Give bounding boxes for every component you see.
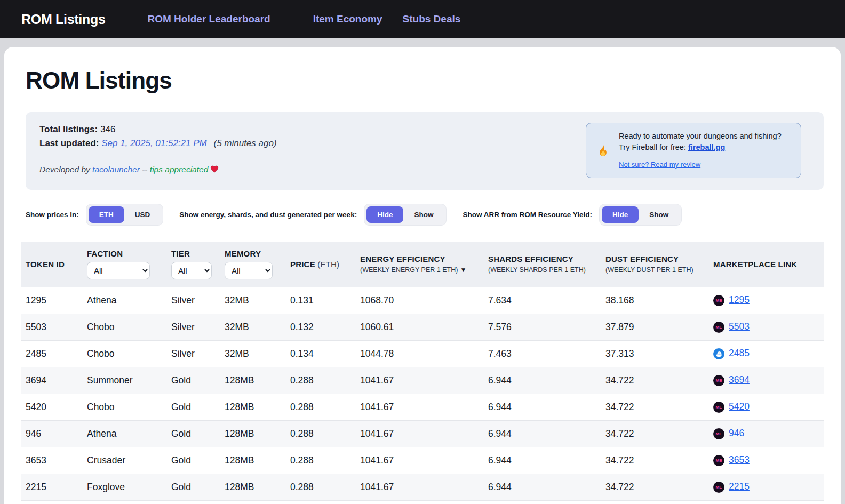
marketplace-link[interactable]: 3694 <box>729 374 750 385</box>
cell-dust: 34.722 <box>601 420 709 447</box>
cell-shards: 7.634 <box>484 287 601 314</box>
listings-table: TOKEN ID FACTION All TIER All MEMORY All… <box>21 242 824 501</box>
tips-link[interactable]: tips appreciated <box>150 165 219 174</box>
cell-shards: 7.463 <box>484 340 601 367</box>
memory-filter-select[interactable]: All <box>225 262 273 279</box>
cell-memory: 128MB <box>220 367 286 394</box>
display-controls: Show prices in: ETH USD Show energy, sha… <box>26 204 824 226</box>
cell-faction: Chobo <box>83 394 167 420</box>
cell-faction: Summoner <box>83 367 167 394</box>
marketplace-link[interactable]: 2485 <box>729 348 750 358</box>
col-faction: FACTION All <box>83 242 167 287</box>
developed-by-text: Developed by <box>39 165 90 174</box>
cell-tier: Silver <box>167 287 220 314</box>
total-listings-value: 346 <box>100 124 115 134</box>
last-updated-label: Last updated: <box>39 138 99 148</box>
cell-marketplace: ME946 <box>709 420 824 447</box>
arr-show-button[interactable]: Show <box>639 206 679 223</box>
cell-marketplace: ME3653 <box>709 447 824 474</box>
cell-faction: Foxglove <box>83 474 167 500</box>
toggle-usd-button[interactable]: USD <box>124 206 161 223</box>
cell-dust: 37.313 <box>601 340 709 367</box>
developer-link[interactable]: tacolauncher <box>92 165 140 174</box>
cell-tier: Silver <box>167 340 220 367</box>
promo-line-1: Ready to automate your dungeons and fish… <box>619 131 782 142</box>
cell-memory: 32MB <box>220 287 286 314</box>
last-updated-value: Sep 1, 2025, 01:52:21 PM <box>101 138 207 148</box>
separator-text: -- <box>142 165 147 174</box>
cell-dust: 34.722 <box>601 447 709 474</box>
marketplace-link[interactable]: 3653 <box>729 454 750 465</box>
tier-filter-select[interactable]: All <box>171 262 212 279</box>
arr-yield-label: Show ARR from ROM Resource Yield: <box>463 211 592 219</box>
toggle-eth-button[interactable]: ETH <box>89 206 124 223</box>
col-dust-efficiency[interactable]: DUST EFFICIENCY (WEEKLY DUST PER 1 ETH) <box>601 242 709 287</box>
table-row: 2485ChoboSilver32MB0.1341044.787.46337.3… <box>21 340 824 367</box>
col-price: PRICE (ETH) <box>286 242 356 287</box>
cell-marketplace: ME1295 <box>709 287 824 314</box>
cell-energy: 1060.61 <box>356 314 484 340</box>
weekly-hide-button[interactable]: Hide <box>366 206 403 223</box>
nav-link-item-economy[interactable]: Item Economy <box>313 13 382 25</box>
col-shards-efficiency[interactable]: SHARDS EFFICIENCY (WEEKLY SHARDS PER 1 E… <box>484 242 601 287</box>
marketplace-link[interactable]: 2215 <box>729 481 750 492</box>
promo-text: Ready to automate your dungeons and fish… <box>619 131 782 170</box>
col-memory: MEMORY All <box>220 242 286 287</box>
cell-memory: 32MB <box>220 314 286 340</box>
faction-filter-select[interactable]: All <box>87 262 150 279</box>
total-listings-label: Total listings: <box>39 124 98 134</box>
cell-price: 0.288 <box>286 474 356 500</box>
cell-price: 0.288 <box>286 367 356 394</box>
cell-token-id: 3653 <box>21 447 83 474</box>
arr-hide-button[interactable]: Hide <box>602 206 639 223</box>
table-row: 3653CrusaderGold128MB0.2881041.676.94434… <box>21 447 824 474</box>
fireball-promo-box: Ready to automate your dungeons and fish… <box>586 123 801 178</box>
magiceden-icon[interactable]: ME <box>713 482 724 493</box>
cell-tier: Gold <box>167 394 220 420</box>
table-body: 1295AthenaSilver32MB0.1311068.707.63438.… <box>21 287 824 500</box>
nav-brand[interactable]: ROM Listings <box>21 12 106 27</box>
cell-price: 0.288 <box>286 394 356 420</box>
cell-token-id: 5420 <box>21 394 83 420</box>
nav-link-rom-holder-leaderboard[interactable]: ROM Holder Leaderboard <box>148 13 270 25</box>
magiceden-icon[interactable]: ME <box>713 428 724 439</box>
cell-token-id: 3694 <box>21 367 83 394</box>
info-bar: Total listings: 346 Last updated: Sep 1,… <box>26 112 824 190</box>
magiceden-icon[interactable]: ME <box>713 375 724 386</box>
cell-price: 0.134 <box>286 340 356 367</box>
cell-price: 0.132 <box>286 314 356 340</box>
flame-icon <box>596 143 610 158</box>
marketplace-link[interactable]: 946 <box>729 428 744 438</box>
review-link[interactable]: Not sure? Read my review <box>619 160 700 170</box>
marketplace-link[interactable]: 5503 <box>729 321 750 332</box>
page-title: ROM Listings <box>26 67 824 94</box>
cell-energy: 1041.67 <box>356 367 484 394</box>
cell-memory: 128MB <box>220 447 286 474</box>
magiceden-icon[interactable]: ME <box>713 322 724 333</box>
total-listings-line: Total listings: 346 <box>39 123 277 137</box>
cell-shards: 6.944 <box>484 367 601 394</box>
col-energy-efficiency[interactable]: ENERGY EFFICIENCY (WEEKLY ENERGY PER 1 E… <box>356 242 484 287</box>
magiceden-icon[interactable]: ME <box>713 455 724 466</box>
fireball-link[interactable]: fireball.gg <box>688 143 725 151</box>
col-marketplace-link: MARKETPLACE LINK <box>709 242 824 287</box>
cell-shards: 7.576 <box>484 314 601 340</box>
cell-dust: 34.722 <box>601 474 709 500</box>
cell-memory: 128MB <box>220 420 286 447</box>
cell-dust: 34.722 <box>601 367 709 394</box>
table-row: 946AthenaGold128MB0.2881041.676.94434.72… <box>21 420 824 447</box>
arr-yield-toggle: Hide Show <box>599 204 682 226</box>
magiceden-icon[interactable]: ME <box>713 402 724 413</box>
cell-price: 0.131 <box>286 287 356 314</box>
cell-token-id: 946 <box>21 420 83 447</box>
main-card: ROM Listings Total listings: 346 Last up… <box>4 47 841 504</box>
marketplace-link[interactable]: 1295 <box>729 294 750 305</box>
weekly-show-button[interactable]: Show <box>403 206 444 223</box>
cell-faction: Crusader <box>83 447 167 474</box>
cell-memory: 128MB <box>220 394 286 420</box>
marketplace-link[interactable]: 5420 <box>729 401 750 412</box>
cell-shards: 6.944 <box>484 474 601 500</box>
nav-link-stubs-deals[interactable]: Stubs Deals <box>403 13 461 25</box>
opensea-icon[interactable] <box>713 348 724 359</box>
magiceden-icon[interactable]: ME <box>713 295 724 306</box>
